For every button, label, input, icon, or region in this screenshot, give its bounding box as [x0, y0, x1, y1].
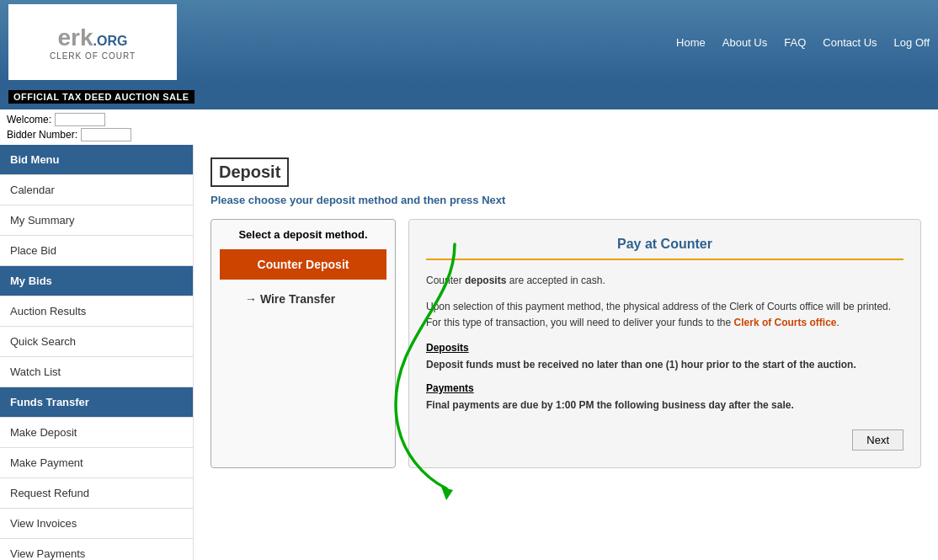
site-header: erk.ORG CLERK OF COURT Home About Us FAQ…: [0, 0, 938, 84]
deposits-section-text: Deposit funds must be received no later …: [426, 357, 903, 372]
page-title: Deposit: [211, 157, 289, 187]
wire-transfer-option[interactable]: Wire Transfer: [220, 284, 386, 314]
payments-section-text: Final payments are due by 1:00 PM the fo…: [426, 397, 903, 413]
sidebar-item-make-payment[interactable]: Make Payment: [0, 448, 193, 478]
page-subtitle: Please choose your deposit method and th…: [211, 194, 921, 206]
info-cash-text: Counter deposits are accepted in cash.: [426, 273, 903, 289]
next-button[interactable]: Next: [852, 429, 903, 451]
main-layout: Bid Menu Calendar My Summary Place Bid M…: [0, 145, 938, 560]
method-panel: Select a deposit method. Counter Deposit…: [211, 219, 396, 468]
sidebar-item-funds-transfer[interactable]: Funds Transfer: [0, 387, 193, 418]
sidebar-item-view-invoices[interactable]: View Invoices: [0, 509, 193, 539]
sidebar-item-bid-menu[interactable]: Bid Menu: [0, 145, 193, 175]
next-btn-container: Next: [426, 429, 903, 451]
method-panel-title: Select a deposit method.: [220, 228, 386, 241]
sidebar-item-my-summary[interactable]: My Summary: [0, 205, 193, 236]
welcome-bar: Welcome: Bidder Number:: [0, 109, 938, 145]
welcome-label: Welcome:: [7, 114, 51, 125]
sidebar-item-quick-search[interactable]: Quick Search: [0, 327, 193, 357]
official-badge: OFFICIAL TAX DEED AUCTION SALE: [8, 90, 195, 104]
info-panel: Pay at Counter Counter deposits are acce…: [408, 219, 921, 468]
logo-sub: CLERK OF COURT: [50, 51, 136, 61]
sidebar-item-view-payments[interactable]: View Payments: [0, 539, 193, 560]
content-area: Deposit Please choose your deposit metho…: [194, 145, 938, 560]
counter-deposit-option[interactable]: Counter Deposit: [220, 249, 386, 280]
payments-section-title: Payments: [426, 382, 903, 394]
sub-header: OFFICIAL TAX DEED AUCTION SALE: [0, 84, 938, 109]
deposit-layout: Select a deposit method. Counter Deposit…: [211, 219, 921, 468]
sidebar-item-place-bid[interactable]: Place Bid: [0, 236, 193, 266]
sidebar-item-calendar[interactable]: Calendar: [0, 175, 193, 205]
bidder-input[interactable]: [81, 128, 131, 141]
nav-about[interactable]: About Us: [722, 36, 767, 49]
info-description-text: Upon selection of this payment method, t…: [426, 299, 903, 331]
sidebar-item-request-refund[interactable]: Request Refund: [0, 478, 193, 509]
sidebar-item-auction-results[interactable]: Auction Results: [0, 296, 193, 327]
sidebar-item-watch-list[interactable]: Watch List: [0, 357, 193, 387]
deposits-section-title: Deposits: [426, 342, 903, 354]
nav-logoff[interactable]: Log Off: [894, 36, 930, 49]
deposit-panels: Select a deposit method. Counter Deposit…: [211, 219, 921, 468]
header-nav: Home About Us FAQ Contact Us Log Off: [676, 36, 930, 49]
sidebar: Bid Menu Calendar My Summary Place Bid M…: [0, 145, 194, 560]
bidder-label: Bidder Number:: [7, 129, 77, 141]
logo-text: erk.ORG: [58, 24, 128, 51]
sidebar-item-my-bids[interactable]: My Bids: [0, 266, 193, 296]
welcome-input[interactable]: [55, 113, 105, 126]
sidebar-item-make-deposit[interactable]: Make Deposit: [0, 418, 193, 448]
nav-contact[interactable]: Contact Us: [823, 36, 877, 49]
nav-faq[interactable]: FAQ: [784, 36, 806, 49]
logo: erk.ORG CLERK OF COURT: [8, 4, 177, 80]
nav-home[interactable]: Home: [676, 36, 706, 49]
svg-marker-0: [441, 487, 453, 500]
info-panel-title: Pay at Counter: [426, 237, 903, 260]
